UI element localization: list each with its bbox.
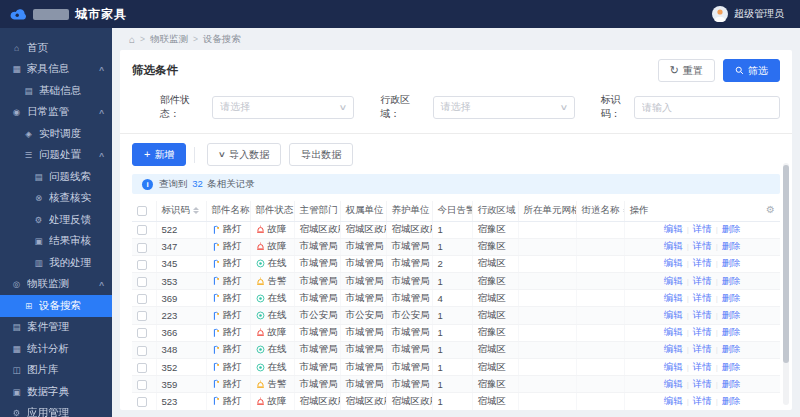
- sidebar-item-case-management[interactable]: ▤案件管理: [0, 317, 112, 339]
- column-header[interactable]: 主管部门: [294, 201, 340, 221]
- row-checkbox[interactable]: [137, 380, 147, 390]
- reset-button[interactable]: ↻ 重置: [658, 59, 715, 82]
- cell-owner: 市城管局: [340, 324, 386, 341]
- edit-link[interactable]: 编辑: [664, 292, 683, 303]
- breadcrumb-item-device-search[interactable]: 设备搜索: [203, 33, 241, 46]
- sidebar-item-handle-feedback[interactable]: ⚙处理反馈: [0, 209, 112, 231]
- export-button[interactable]: 导出数据: [289, 143, 353, 166]
- row-checkbox[interactable]: [137, 225, 147, 235]
- sidebar-item-statistics-analysis[interactable]: ▦统计分析: [0, 338, 112, 360]
- edit-link[interactable]: 编辑: [664, 257, 683, 268]
- column-header[interactable]: 行政区域: [472, 201, 518, 221]
- identifier-code-input[interactable]: [634, 96, 780, 119]
- column-header[interactable]: 养护单位: [386, 201, 432, 221]
- field-identifier-code: 标识码：: [601, 93, 780, 121]
- component-status-select[interactable]: 请选择 ∨: [212, 96, 354, 119]
- sidebar-item-my-handling[interactable]: ▥我的处理: [0, 252, 112, 274]
- column-header[interactable]: 部件状态: [250, 201, 294, 221]
- row-checkbox[interactable]: [137, 311, 147, 321]
- user-menu[interactable]: 超级管理员: [712, 6, 784, 22]
- row-checkbox[interactable]: [137, 260, 147, 270]
- row-checkbox[interactable]: [137, 243, 147, 253]
- edit-link[interactable]: 编辑: [664, 361, 683, 372]
- delete-link[interactable]: 删除: [722, 257, 741, 268]
- cell-actions: 编辑|详情|删除: [624, 238, 780, 255]
- cell-alarms: 4: [432, 290, 472, 307]
- delete-link[interactable]: 删除: [722, 326, 741, 337]
- sidebar-item-data-dictionary[interactable]: ▣数据字典: [0, 381, 112, 403]
- edit-link[interactable]: 编辑: [664, 309, 683, 320]
- row-checkbox[interactable]: [137, 346, 147, 356]
- add-button[interactable]: + 新增: [132, 143, 186, 166]
- select-all-checkbox[interactable]: [137, 206, 147, 216]
- edit-link[interactable]: 编辑: [664, 275, 683, 286]
- filter-submit-button[interactable]: 筛选: [723, 59, 780, 82]
- row-checkbox[interactable]: [137, 363, 147, 373]
- detail-link[interactable]: 详情: [693, 275, 712, 286]
- column-header[interactable]: 标识码: [156, 201, 206, 221]
- sidebar-item-image-library[interactable]: ◫图片库: [0, 360, 112, 382]
- cell-checkbox: [132, 238, 156, 255]
- sidebar-item-basic-info[interactable]: ▤基础信息: [0, 80, 112, 102]
- detail-link[interactable]: 详情: [693, 257, 712, 268]
- table-row: 348路灯在线市城管局市城管局市城管局1宿城区编辑|详情|删除: [132, 341, 780, 358]
- sidebar-item-app-management[interactable]: ⚙应用管理: [0, 403, 112, 417]
- detail-link[interactable]: 详情: [693, 223, 712, 234]
- admin-region-select[interactable]: 请选择 ∨: [433, 96, 575, 119]
- table-scrollbar-thumb[interactable]: [783, 165, 789, 363]
- sidebar-item-realtime-dispatch[interactable]: ◈实时调度: [0, 123, 112, 145]
- column-header[interactable]: 今日告警: [432, 201, 472, 221]
- detail-link[interactable]: 详情: [693, 292, 712, 303]
- edit-link[interactable]: 编辑: [664, 223, 683, 234]
- delete-link[interactable]: 删除: [722, 361, 741, 372]
- edit-link[interactable]: 编辑: [664, 395, 683, 406]
- sort-icon[interactable]: [193, 207, 199, 214]
- sidebar-item-check-verify[interactable]: ⊗核查核实: [0, 188, 112, 210]
- delete-link[interactable]: 删除: [722, 275, 741, 286]
- column-header[interactable]: 权属单位: [340, 201, 386, 221]
- edit-link[interactable]: 编辑: [664, 378, 683, 389]
- column-header[interactable]: 街道名称: [576, 201, 624, 221]
- breadcrumb-home-icon[interactable]: ⌂: [129, 34, 135, 45]
- edit-link[interactable]: 编辑: [664, 240, 683, 251]
- cell-street: [576, 290, 624, 307]
- delete-link[interactable]: 删除: [722, 378, 741, 389]
- row-checkbox[interactable]: [137, 397, 147, 407]
- column-settings-gear-icon[interactable]: ⚙: [766, 204, 775, 215]
- detail-link[interactable]: 详情: [693, 378, 712, 389]
- breadcrumb-item-iot[interactable]: 物联监测: [150, 33, 188, 46]
- sidebar-item-problem-clue[interactable]: ▤问题线索: [0, 166, 112, 188]
- row-checkbox[interactable]: [137, 277, 147, 287]
- delete-link[interactable]: 删除: [722, 343, 741, 354]
- sidebar: ⌂首页▦家具信息∧▤基础信息◉日常监管∧◈实时调度☰问题处置∧▤问题线索⊗核查核…: [0, 28, 112, 417]
- edit-link[interactable]: 编辑: [664, 343, 683, 354]
- toolbar-divider: [194, 147, 195, 163]
- delete-link[interactable]: 删除: [722, 395, 741, 406]
- row-checkbox[interactable]: [137, 328, 147, 338]
- cell-street: [576, 273, 624, 290]
- cell-street: [576, 324, 624, 341]
- sidebar-item-iot-monitoring[interactable]: ◎物联监测∧: [0, 274, 112, 296]
- detail-link[interactable]: 详情: [693, 361, 712, 372]
- sidebar-item-furniture-info[interactable]: ▦家具信息∧: [0, 59, 112, 81]
- column-header[interactable]: 所在单元网格: [518, 201, 576, 221]
- delete-link[interactable]: 删除: [722, 292, 741, 303]
- detail-link[interactable]: 详情: [693, 326, 712, 337]
- field-component-status: 部件状态： 请选择 ∨: [160, 93, 354, 121]
- delete-link[interactable]: 删除: [722, 223, 741, 234]
- import-button[interactable]: ∨ 导入数据: [207, 143, 281, 166]
- sidebar-item-device-search[interactable]: ⊞设备搜索: [0, 295, 112, 317]
- sidebar-item-result-review[interactable]: ▣结果审核: [0, 231, 112, 253]
- detail-link[interactable]: 详情: [693, 395, 712, 406]
- column-header[interactable]: 部件名称: [206, 201, 250, 221]
- sidebar-item-problem-handling[interactable]: ☰问题处置∧: [0, 145, 112, 167]
- delete-link[interactable]: 删除: [722, 240, 741, 251]
- detail-link[interactable]: 详情: [693, 343, 712, 354]
- edit-link[interactable]: 编辑: [664, 326, 683, 337]
- row-checkbox[interactable]: [137, 294, 147, 304]
- sidebar-item-home[interactable]: ⌂首页: [0, 37, 112, 59]
- detail-link[interactable]: 详情: [693, 240, 712, 251]
- detail-link[interactable]: 详情: [693, 309, 712, 320]
- sidebar-item-daily-supervision[interactable]: ◉日常监管∧: [0, 102, 112, 124]
- delete-link[interactable]: 删除: [722, 309, 741, 320]
